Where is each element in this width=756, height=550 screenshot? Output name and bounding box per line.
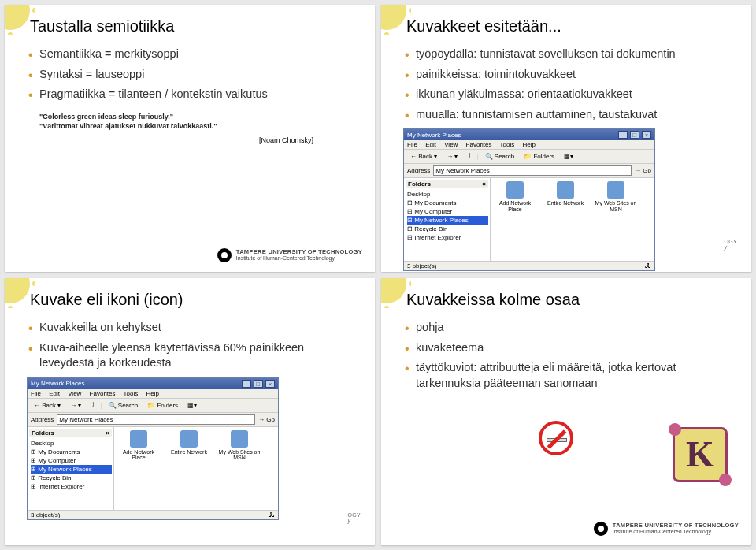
- minimize-icon[interactable]: _: [618, 131, 628, 139]
- up-button[interactable]: ⤴: [88, 400, 98, 411]
- menu-item[interactable]: Tools: [500, 141, 515, 148]
- status-icon: 🖧: [269, 511, 275, 518]
- address-label: Address: [31, 416, 54, 423]
- window-body: Folders× Desktop⊞ My Documents⊞ My Compu…: [404, 178, 654, 261]
- footer-text: TAMPERE UNIVERSITY OF TECHNOLOGY Institu…: [236, 248, 362, 262]
- status-text: 3 object(s): [407, 262, 436, 269]
- content-panel[interactable]: Add Network PlaceEntire NetworkMy Web Si…: [491, 178, 654, 261]
- footer-line2: Institute of Human-Centered Technology: [613, 529, 739, 535]
- item-icon: [130, 430, 147, 448]
- back-button[interactable]: ← Back ▾: [407, 151, 440, 162]
- maximize-icon[interactable]: □: [254, 380, 263, 388]
- window-title: My Network Places: [31, 380, 84, 387]
- gear-icon: [217, 248, 232, 262]
- folder-tree[interactable]: Desktop⊞ My Documents⊞ My Computer⊞ My N…: [29, 439, 112, 491]
- views-button[interactable]: ▦▾: [184, 400, 200, 411]
- content-item[interactable]: Entire Network: [544, 181, 587, 212]
- bullet-item: Kuva-aiheelle yleensä käytettävissä 60% …: [28, 340, 361, 371]
- tree-item[interactable]: Desktop: [31, 439, 112, 448]
- menu-item[interactable]: Edit: [425, 141, 436, 148]
- address-input[interactable]: [57, 414, 255, 425]
- content-item[interactable]: Entire Network: [168, 430, 210, 461]
- maximize-icon[interactable]: □: [630, 131, 639, 139]
- back-button[interactable]: ← Back ▾: [31, 400, 64, 411]
- slide-kuvake-eli-ikoni: Kuvake eli ikoni (icon) Kuvakkeilla on k…: [5, 278, 375, 545]
- forward-button[interactable]: → ▾: [443, 151, 461, 162]
- tree-item[interactable]: ⊞ Internet Explorer: [407, 233, 488, 242]
- content-item[interactable]: Add Network Place: [117, 430, 160, 461]
- views-button[interactable]: ▦▾: [561, 151, 576, 162]
- address-input[interactable]: [433, 165, 632, 176]
- tree-item[interactable]: ⊞ My Computer: [31, 456, 112, 465]
- window-menu: File Edit View Favorites Tools Help: [28, 389, 278, 399]
- close-icon[interactable]: ×: [265, 380, 275, 388]
- slide-kuvakkeet-esitetaan: Kuvakkeet esitetään... työpöydällä: tunn…: [381, 5, 751, 272]
- footer-logo: TAMPERE UNIVERSITY OF TECHNOLOGY Institu…: [217, 248, 362, 262]
- folders-button[interactable]: 📁 Folders: [144, 400, 181, 411]
- menu-item[interactable]: File: [407, 141, 417, 148]
- content-item[interactable]: Add Network Place: [494, 181, 536, 212]
- tree-item[interactable]: ⊞ My Documents: [407, 199, 488, 207]
- window-toolbar: ← Back ▾ → ▾ ⤴ | 🔍 Search 📁 Folders ▦▾: [404, 150, 654, 164]
- menu-item[interactable]: Favorites: [90, 390, 116, 397]
- tree-item[interactable]: ⊞ My Documents: [31, 448, 112, 456]
- up-button[interactable]: ⤴: [465, 151, 474, 162]
- item-icon: [180, 430, 198, 448]
- tree-item[interactable]: ⊞ Recycle Bin: [31, 474, 112, 482]
- menu-item[interactable]: Tools: [124, 390, 139, 397]
- menu-item[interactable]: View: [444, 141, 458, 148]
- quote-line: "Colorless green ideas sleep furiously.": [39, 112, 361, 122]
- window-titlebar: My Network Places _ □ ×: [404, 129, 654, 140]
- tree-item[interactable]: Desktop: [407, 190, 488, 199]
- folders-panel: Folders× Desktop⊞ My Documents⊞ My Compu…: [404, 178, 491, 261]
- content-item[interactable]: My Web Sites on MSN: [218, 430, 261, 461]
- menu-item[interactable]: File: [31, 390, 41, 397]
- menu-item[interactable]: Help: [146, 390, 159, 397]
- menu-item[interactable]: Favorites: [466, 141, 492, 148]
- quote-line: "Värittömät vihreät ajatukset nukkuvat r…: [39, 121, 361, 132]
- tree-item[interactable]: ⊞ My Network Places: [407, 216, 488, 225]
- forward-button[interactable]: → ▾: [67, 400, 84, 411]
- window-title: My Network Places: [407, 132, 461, 139]
- bullet-item: työpöydällä: tunnistavat sovelluksen tai…: [405, 46, 737, 62]
- close-icon[interactable]: ×: [642, 131, 651, 139]
- menu-item[interactable]: Help: [523, 141, 536, 148]
- window-menu: File Edit View Favorites Tools Help: [404, 140, 654, 150]
- tree-item[interactable]: ⊞ Internet Explorer: [31, 482, 112, 491]
- tree-item[interactable]: ⊞ My Network Places: [31, 465, 112, 474]
- footer-logo: TAMPERE UNIVERSITY OF TECHNOLOGY Institu…: [594, 522, 739, 536]
- status-bar: 3 object(s) 🖧: [404, 261, 654, 270]
- menu-item[interactable]: View: [68, 390, 81, 397]
- bullet-item: ikkunan yläkulmassa: orientaatiokuvakkee…: [405, 87, 737, 102]
- address-label: Address: [407, 167, 430, 174]
- bullet-item: painikkeissa: toimintokuvakkeet: [405, 67, 737, 83]
- slide-title: Taustalla semiotiikka: [30, 17, 361, 35]
- folder-tree[interactable]: Desktop⊞ My Documents⊞ My Computer⊞ My N…: [406, 190, 488, 242]
- content-item[interactable]: My Web Sites on MSN: [595, 181, 637, 212]
- search-button[interactable]: 🔍 Search: [106, 400, 142, 411]
- search-button[interactable]: 🔍 Search: [482, 151, 518, 162]
- minimize-icon[interactable]: _: [242, 380, 251, 388]
- footer-line2: Institute of Human-Centered Technology: [236, 255, 362, 262]
- bullet-list: pohja kuvaketeema täyttökuviot: attribuu…: [395, 320, 737, 391]
- address-bar: Address → Go: [28, 413, 278, 427]
- bullet-list: työpöydällä: tunnistavat sovelluksen tai…: [395, 46, 737, 122]
- close-panel-icon[interactable]: ×: [106, 429, 109, 437]
- go-button[interactable]: → Go: [635, 167, 651, 174]
- folders-button[interactable]: 📁 Folders: [521, 151, 558, 162]
- decorative-letter-k-icon: K: [673, 427, 728, 482]
- menu-item[interactable]: Edit: [49, 390, 60, 397]
- item-icon: [557, 181, 574, 199]
- quote-block: "Colorless green ideas sleep furiously."…: [39, 112, 361, 132]
- tree-item[interactable]: ⊞ Recycle Bin: [407, 225, 488, 233]
- status-bar: 3 object(s) 🖧: [28, 510, 278, 519]
- window-controls: _ □ ×: [241, 380, 275, 388]
- content-panel[interactable]: Add Network PlaceEntire NetworkMy Web Si…: [114, 427, 278, 510]
- bullet-item: Syntaksi = lauseoppi: [28, 67, 361, 83]
- quote-attribution: [Noam Chomsky]: [39, 136, 361, 144]
- go-button[interactable]: → Go: [258, 416, 275, 423]
- explorer-window: My Network Places _ □ × File Edit View F…: [403, 128, 655, 271]
- tree-item[interactable]: ⊞ My Computer: [407, 207, 488, 216]
- close-panel-icon[interactable]: ×: [482, 180, 486, 188]
- window-toolbar: ← Back ▾ → ▾ ⤴ | 🔍 Search 📁 Folders ▦▾: [28, 399, 278, 413]
